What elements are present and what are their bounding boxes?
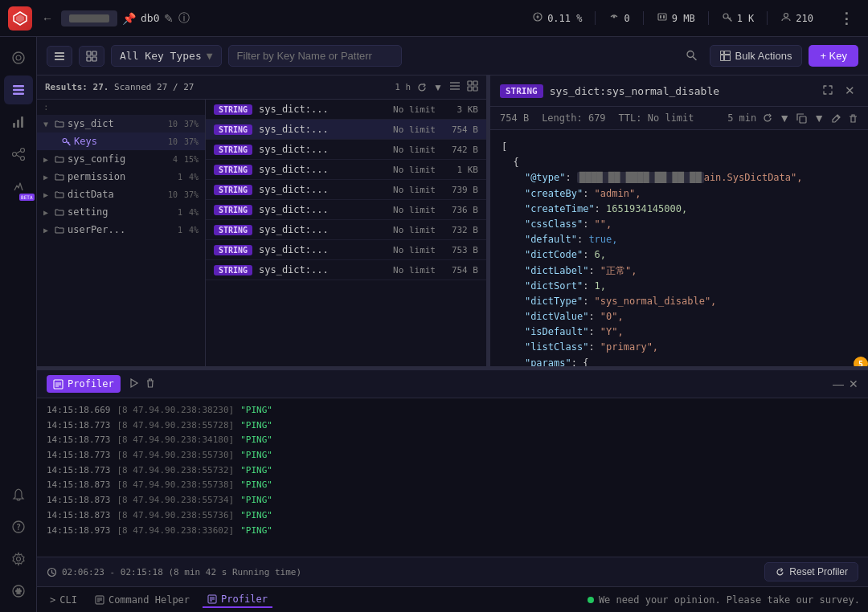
tag-view-button[interactable] [79,46,104,67]
list-view-toggle[interactable] [449,80,461,94]
key-row[interactable]: STRING sys_dict:... No limit 736 B [206,200,486,220]
refresh-dropdown-button[interactable]: ▼ [433,82,443,93]
type-badge: STRING [214,165,252,175]
value-copy-dropdown[interactable]: ▼ [813,112,825,124]
tree-node-dictdata[interactable]: ▶ dictData 10 37% [37,186,205,203]
sidebar-item-settings[interactable] [4,545,33,573]
list-view-button[interactable] [47,46,72,67]
tree-node-permission[interactable]: ▶ permission 1 4% [37,168,205,186]
tree-node-label: permission [68,171,125,182]
value-meta: 754 B Length: 679 TTL: No limit 5 min [490,107,868,130]
value-edit-button[interactable] [831,113,841,124]
key-row[interactable]: STRING sys_dict:... No limit 754 B [206,260,486,280]
value-refresh-button[interactable] [763,113,772,123]
key-row[interactable]: STRING sys_dict:... No limit 732 B [206,220,486,240]
search-button[interactable] [686,49,697,63]
log-entry: 14:15:18.773 [8 47.94.90.238:34180] "PIN… [47,433,858,448]
topbar: ← 📌 db0 ✎ ⓘ 0.11 % 0 [0,0,868,37]
tree-node-userper[interactable]: ▶ userPer... 1 4% [37,221,205,239]
fullscreen-button[interactable] [819,83,837,100]
tree-node-label: sys_dict [68,118,114,129]
key-row[interactable]: STRING sys_dict:... No limit 739 B [206,180,486,200]
topbar-navigation: ← 📌 db0 ✎ ⓘ [39,10,190,27]
sidebar-bottom: ? [4,480,33,606]
profiler-play-button[interactable] [129,377,140,391]
svg-point-11 [16,55,21,60]
profiler-clear-button[interactable] [145,377,156,391]
svg-line-22 [16,155,20,157]
add-key-button[interactable]: + Key [809,45,858,67]
sidebar-item-github[interactable] [4,577,33,606]
key-type-dropdown[interactable]: All Key Types ▼ [111,45,222,67]
profiler-tab[interactable]: Profiler [47,375,121,393]
value-meta-actions: 5 min ▼ [727,112,858,124]
arrow-right-icon: ▶ [43,155,51,164]
reset-profiler-button[interactable]: Reset Profiler [764,562,858,581]
key-name: sys_dict:... [259,224,385,235]
profiler-log: 14:15:18.669 [8 47.94.90.238:38230] "PIN… [37,398,868,557]
value-copy-button[interactable] [796,113,807,124]
sidebar-item-analytics[interactable] [4,108,33,137]
key-size: 732 B [442,225,478,235]
close-value-button[interactable]: ✕ [841,82,858,100]
tree-node-sys-dict[interactable]: ▼ sys_dict 10 37% [37,115,205,133]
key-ttl: No limit [391,245,436,255]
key-type-label: All Key Types [120,50,202,62]
svg-rect-36 [720,51,723,55]
info-button[interactable]: ⓘ [178,11,190,26]
metric-clients: 210 [767,11,826,25]
chevron-down-icon: ▼ [207,50,213,62]
key-name: sys_dict:... [259,184,385,195]
key-row[interactable]: STRING sys_dict:... No limit 742 B [206,140,486,160]
key-content-split: Results: 27. Scanned 27 / 27 1 h [37,75,868,366]
log-entry: 14:15:18.773 [8 47.94.90.238:55732] "PIN… [47,463,858,479]
profiler-tab-label: Profiler [68,378,114,390]
tree-node-sys-config[interactable]: ▶ sys_config 4 15% [37,150,205,168]
profiler-minimize-button[interactable]: — [833,377,844,390]
sidebar-item-pubsub[interactable] [4,140,33,169]
back-button[interactable]: ← [39,10,56,27]
tree-node-keys[interactable]: Keys 10 37% [37,133,205,150]
reset-icon [775,567,785,577]
value-header-actions: ✕ [819,82,858,100]
bulk-actions-button[interactable]: Bulk Actions [710,45,803,67]
type-badge: STRING [214,225,252,235]
value-header: STRING sys_dict:sys_normal_disable ✕ [490,75,868,107]
sidebar-item-workbench[interactable] [4,172,33,201]
profiler-bottom-icon [207,594,217,604]
key-row[interactable]: STRING sys_dict:... No limit 1 KB [206,160,486,180]
key-row[interactable]: STRING sys_dict:... No limit 754 B [206,120,486,140]
key-size: 754 B [442,265,478,275]
feedback-text: We need your opinion. Please take our su… [599,594,860,606]
tree-node-setting[interactable]: ▶ setting 1 4% [37,203,205,221]
edit-db-button[interactable]: ✎ [164,12,174,25]
key-row[interactable]: STRING sys_dict:... No limit 3 KB [206,100,486,120]
sidebar-item-notifications[interactable] [4,480,33,509]
profiler-header: Profiler — ✕ [37,370,868,398]
grid-view-toggle[interactable] [467,80,478,94]
value-refresh-dropdown[interactable]: ▼ [779,112,790,124]
sidebar-item-help[interactable]: ? [4,512,33,541]
pin-button[interactable]: 📌 [122,12,136,25]
bottom-tab-cli[interactable]: > CLI [45,593,82,607]
svg-point-34 [687,51,694,57]
bottom-tab-command-helper[interactable]: Command Helper [90,593,194,607]
key-ttl: No limit [391,145,436,155]
more-options-button[interactable]: ⋮ [833,10,860,27]
sidebar-item-connect[interactable] [4,43,33,72]
scan-time: 1 h [395,82,411,92]
refresh-button[interactable] [417,83,427,92]
app-logo[interactable] [8,6,32,31]
profiler-header-right: — ✕ [833,377,858,390]
sidebar-item-browse[interactable] [4,75,33,104]
bottom-tab-profiler[interactable]: Profiler [203,592,272,608]
key-filter-input[interactable] [228,45,402,67]
svg-rect-6 [663,15,665,18]
profiler-close-button[interactable]: ✕ [849,377,858,390]
key-row[interactable]: STRING sys_dict:... No limit 753 B [206,240,486,260]
tree-node-label: dictData [68,189,114,200]
value-delete-button[interactable] [848,113,858,124]
key-browser: All Key Types ▼ [37,37,868,366]
svg-line-59 [52,573,55,574]
insights-badge[interactable]: 5 [854,357,868,366]
